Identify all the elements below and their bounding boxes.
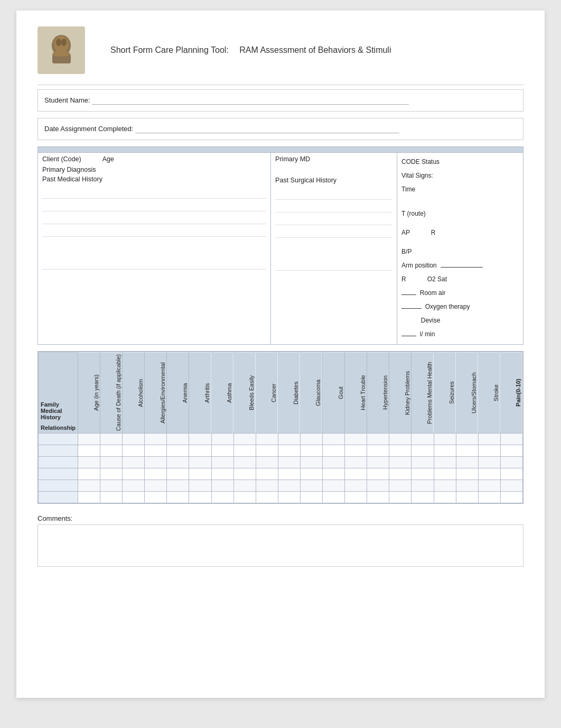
- date-section: Date Assignment Completed:: [38, 118, 523, 140]
- time-label: Time: [401, 183, 519, 196]
- col-diabetes: Diabetes: [278, 352, 300, 434]
- comments-section: Comments:: [38, 510, 523, 571]
- fmh-row-2: [39, 445, 523, 456]
- student-name-label: Student Name:: [44, 96, 90, 104]
- past-surgical-history-label: Past Surgical History: [275, 177, 336, 184]
- main-info-table: Client (Code) Age Primary Diagnosis Past…: [38, 146, 523, 345]
- col-ulcers: Ulcers/Stomach: [456, 352, 478, 434]
- primary-diagnosis-label: Primary Diagnosis: [42, 166, 96, 173]
- comments-input[interactable]: [38, 524, 523, 567]
- page-container: Short Form Care Planning Tool: RAM Asses…: [16, 11, 545, 698]
- col-cause: Cause of Death (if applicable): [100, 352, 123, 434]
- comments-label: Comments:: [38, 514, 523, 522]
- ap-r-line: AP R: [401, 226, 519, 239]
- logo-icon: [42, 31, 81, 70]
- bp-label: B/P: [401, 245, 519, 258]
- client-label: Client (Code): [42, 155, 81, 163]
- header-divider: [38, 85, 523, 85]
- col-heart: Heart Trouble: [345, 352, 367, 434]
- room-air-label: Room air: [401, 287, 519, 299]
- header: Short Form Care Planning Tool: RAM Asses…: [38, 26, 523, 74]
- fmh-row-5: [39, 480, 523, 491]
- date-row: Date Assignment Completed:: [44, 123, 517, 135]
- col-seizures: Seizures: [434, 352, 456, 434]
- vital-signs-label: Vital Signs:: [401, 169, 519, 182]
- fmh-row-3: [39, 456, 523, 468]
- col-cancer: Cancer: [256, 352, 278, 434]
- fmh-row-1: [39, 433, 523, 445]
- past-medical-history-label: Past Medical History: [42, 176, 102, 183]
- col-anemia: Anemia: [167, 352, 189, 434]
- fmh-relationship-label: Relationship: [41, 425, 76, 431]
- col-kidney: Kidney Problems: [389, 352, 412, 434]
- fmh-title-cell: Family Medical History Relationship: [39, 352, 78, 434]
- student-name-row: Student Name:: [44, 94, 517, 107]
- col-asthma: Asthma: [211, 352, 233, 434]
- col-stroke: Stroke: [478, 352, 500, 434]
- client-info-cell: Client (Code) Age Primary Diagnosis Past…: [38, 153, 271, 345]
- header-title: Short Form Care Planning Tool: RAM Asses…: [106, 43, 395, 57]
- l-min-label: l/ min: [401, 328, 519, 340]
- logo: [38, 26, 85, 74]
- svg-point-5: [52, 51, 70, 57]
- col-allergies: Allergies/Environmental: [145, 352, 167, 434]
- date-label: Date Assignment Completed:: [44, 125, 133, 133]
- primary-md-label: Primary MD: [275, 155, 310, 163]
- fmh-title: Family Medical History: [41, 401, 76, 420]
- col-glaucoma: Glaucoma: [300, 352, 322, 434]
- age-label: Age: [102, 155, 114, 163]
- fmh-table: Family Medical History Relationship Age …: [38, 352, 523, 503]
- col-alcoholism: Alcoholism: [123, 352, 145, 434]
- col-hypertension: Hypertension: [367, 352, 389, 434]
- oxygen-therapy-label: Oxygen therapy: [401, 300, 519, 313]
- tool-name: RAM Assessment of Behaviors & Stimuli: [239, 45, 391, 54]
- col-age: Age (in years): [78, 352, 100, 434]
- r-o2sat-line: R O2 Sat: [401, 273, 519, 285]
- student-name-input[interactable]: [92, 96, 409, 105]
- svg-point-2: [56, 39, 61, 46]
- col-bleeds: Bleeds Easily: [233, 352, 256, 434]
- student-name-section: Student Name:: [38, 89, 523, 112]
- svg-point-3: [61, 39, 67, 46]
- col-pain: Pain(0-10): [500, 352, 522, 434]
- col-arthritis: Arthritis: [189, 352, 211, 434]
- surgical-history-cell: Primary MD Past Surgical History: [271, 153, 397, 345]
- code-status-label: CODE Status: [401, 155, 519, 168]
- col-gout: Gout: [323, 352, 345, 434]
- fmh-row-6: [39, 491, 523, 503]
- vitals-cell: CODE Status Vital Signs: Time T (route) …: [397, 153, 523, 345]
- svg-point-1: [54, 36, 69, 53]
- fmh-row-4: [39, 468, 523, 480]
- devise-label: Devise: [401, 314, 519, 327]
- col-mental: Problems Mental Health: [412, 352, 434, 434]
- date-input[interactable]: [135, 125, 399, 133]
- fmh-section: Family Medical History Relationship Age …: [38, 351, 523, 504]
- short-form-label: Short Form Care Planning Tool:: [110, 45, 229, 54]
- arm-position-label: Arm position: [401, 259, 519, 272]
- t-route-label: T (route): [401, 207, 519, 220]
